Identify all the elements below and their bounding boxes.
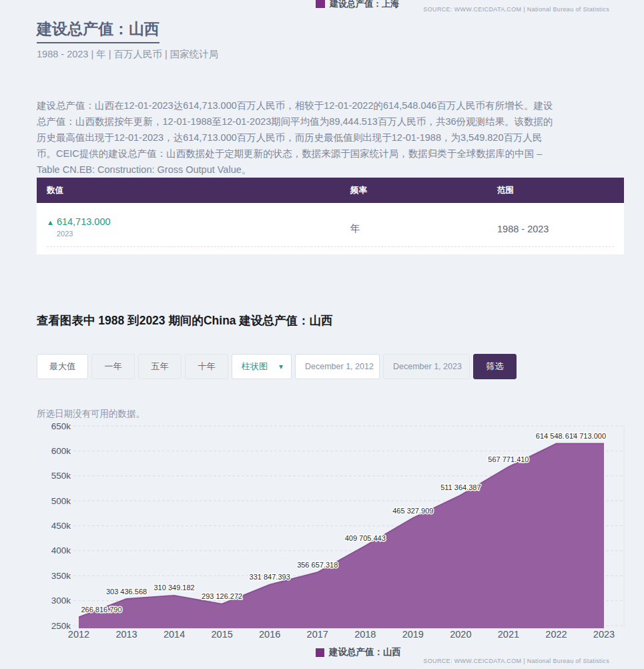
chevron-down-icon: ▾	[279, 362, 283, 371]
page-title-link[interactable]: 建设总产值：山西	[37, 19, 159, 43]
range-button-5y[interactable]: 五年	[138, 354, 182, 379]
table-row: ▲614,713.000 2023 年 1988 - 2023	[37, 203, 624, 254]
chart-type-selected-value: 柱状图	[242, 361, 268, 373]
filter-button[interactable]: 筛选	[473, 354, 517, 379]
column-header-frequency: 频率	[340, 185, 487, 196]
chart-legend-label: 建设总产值：山西	[329, 646, 401, 658]
data-point-label: 331 847.393	[250, 573, 290, 581]
date-from-input[interactable]	[295, 354, 380, 379]
x-axis-tick-label: 2023	[593, 629, 615, 640]
y-axis-tick-label: 550k	[51, 471, 71, 481]
range-value: 1988 - 2023	[487, 224, 624, 234]
latest-value-year: 2023	[57, 230, 340, 238]
stats-table-header: 数值 频率 范围	[37, 178, 624, 203]
y-axis-tick-label: 650k	[51, 421, 71, 431]
x-axis-tick-label: 2018	[354, 629, 376, 640]
y-axis-tick-label: 350k	[51, 571, 71, 581]
x-axis-tick-label: 2014	[164, 629, 185, 640]
data-point-label: 409 705.443	[345, 534, 386, 542]
stats-table: 数值 频率 范围 ▲614,713.000 2023 年 1988 - 2023	[37, 178, 624, 254]
chart-legend-item[interactable]: 建设总产值：山西	[316, 646, 401, 658]
column-header-value: 数值	[37, 185, 340, 196]
x-axis-tick-label: 2013	[115, 629, 137, 640]
range-button-10y[interactable]: 十年	[185, 354, 228, 379]
y-axis-tick-label: 400k	[51, 545, 71, 555]
data-point-label: 310 349.182	[154, 584, 195, 592]
data-point-label: 266 816.790	[81, 606, 121, 614]
latest-value: ▲614,713.000	[47, 216, 340, 227]
chart-type-select[interactable]: 柱状图 ▾	[232, 354, 292, 379]
series-description: 建设总产值：山西在12-01-2023达614,713.000百万人民币，相较于…	[37, 97, 559, 178]
date-to-input[interactable]	[383, 354, 470, 379]
x-axis-tick-label: 2016	[259, 629, 280, 640]
previous-chart-legend-label: 建设总产值：上海	[330, 0, 399, 10]
column-header-range: 范围	[487, 185, 624, 196]
latest-value-number: 614,713.000	[57, 216, 111, 227]
y-axis-tick-label: 600k	[51, 446, 71, 456]
data-point-label: 465 327.909	[392, 507, 433, 515]
range-button-1y[interactable]: 一年	[91, 354, 135, 379]
area-series-fill	[79, 443, 604, 628]
source-attribution-top: SOURCE: WWW.CEICDATA.COM | National Bure…	[423, 6, 609, 13]
frequency-value: 年	[340, 222, 487, 235]
x-axis-tick-label: 2017	[307, 629, 328, 640]
chart-section-heading: 查看图表中 1988 到2023 期间的China 建设总产值：山西	[37, 312, 332, 328]
data-point-label: 511 364.387	[440, 483, 480, 491]
chart-controls: 最大值 一年 五年 十年 柱状图 ▾ 筛选	[37, 354, 517, 379]
data-point-label: 614 713.000	[565, 432, 606, 440]
ceic-data-page: 建设总产值：上海 SOURCE: WWW.CEICDATA.COM | Nati…	[0, 0, 644, 669]
x-axis-tick-label: 2021	[498, 629, 519, 640]
trend-up-icon: ▲	[47, 218, 54, 226]
range-button-max[interactable]: 最大值	[37, 354, 88, 379]
source-attribution-bottom: SOURCE: WWW.CEICDATA.COM | National Bure…	[423, 658, 609, 664]
row-divider	[47, 246, 614, 247]
data-point-label: 303 436.568	[106, 588, 147, 596]
y-axis-tick-label: 300k	[51, 596, 71, 606]
previous-chart-legend[interactable]: 建设总产值：上海	[316, 0, 399, 9]
legend-swatch-icon	[316, 648, 324, 657]
x-axis-tick-label: 2022	[545, 629, 567, 640]
y-axis-tick-label: 500k	[51, 496, 71, 506]
y-axis-tick-label: 450k	[51, 521, 71, 531]
legend-swatch-icon	[316, 0, 325, 8]
data-point-label: 567 771.410	[488, 455, 529, 463]
x-axis-tick-label: 2012	[68, 629, 89, 640]
x-axis-tick-label: 2019	[402, 629, 424, 640]
x-axis-tick-label: 2020	[450, 629, 471, 640]
area-chart: 250k300k350k400k450k500k550k600k650k2012…	[0, 401, 644, 644]
x-axis-tick-label: 2015	[212, 629, 233, 640]
series-meta-subtitle: 1988 - 2023 | 年 | 百万人民币 | 国家统计局	[37, 48, 218, 61]
data-point-label: 356 657.318	[297, 561, 338, 569]
data-point-label: 293 126.272	[202, 592, 242, 600]
